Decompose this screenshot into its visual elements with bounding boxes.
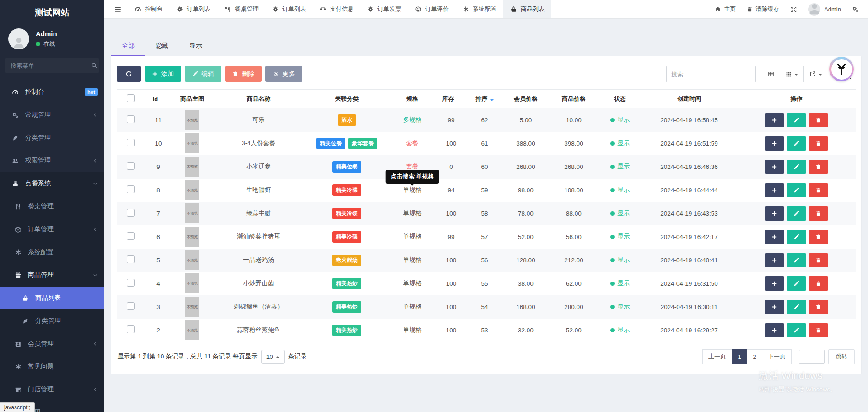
- row-add-button[interactable]: [765, 253, 784, 267]
- spec-link[interactable]: 多规格: [403, 116, 422, 123]
- sidebar-item[interactable]: 商品管理: [0, 264, 104, 287]
- sidebar-item[interactable]: 分类管理: [0, 309, 104, 332]
- sidebar-item[interactable]: 点餐系统: [0, 172, 104, 195]
- row-checkbox[interactable]: [127, 302, 135, 310]
- product-thumbnail[interactable]: 不预览: [185, 133, 199, 153]
- category-badge[interactable]: 精美热炒: [332, 325, 361, 336]
- settings-icon[interactable]: [852, 6, 859, 13]
- row-edit-button[interactable]: [787, 183, 806, 197]
- filter-tab[interactable]: 全部: [111, 37, 145, 56]
- topbar-tab[interactable]: 订单评价: [408, 0, 456, 18]
- row-checkbox[interactable]: [127, 139, 135, 146]
- row-edit-button[interactable]: [787, 323, 806, 337]
- next-page-button[interactable]: 下一页: [762, 349, 792, 364]
- row-checkbox[interactable]: [127, 255, 135, 263]
- spec-link[interactable]: 单规格: [403, 210, 422, 217]
- sort-carets-icon[interactable]: [490, 95, 494, 103]
- product-thumbnail[interactable]: 不预览: [185, 320, 199, 340]
- prev-page-button[interactable]: 上一页: [702, 349, 732, 364]
- row-add-button[interactable]: [765, 276, 784, 291]
- spec-link[interactable]: 单规格: [403, 280, 422, 287]
- sidebar-item[interactable]: 分类管理: [0, 126, 104, 149]
- sidebar-item[interactable]: 常见问题: [0, 355, 104, 378]
- product-thumbnail[interactable]: 不预览: [185, 180, 199, 200]
- row-edit-button[interactable]: [787, 230, 806, 244]
- row-add-button[interactable]: [765, 160, 784, 174]
- status-badge[interactable]: 显示: [610, 209, 630, 217]
- row-delete-button[interactable]: [809, 183, 828, 197]
- category-badge[interactable]: 精美冷碟: [332, 231, 361, 243]
- row-delete-button[interactable]: [809, 113, 828, 127]
- topbar-tab[interactable]: 控制台: [128, 0, 170, 18]
- home-link[interactable]: 主页: [715, 5, 736, 13]
- sidebar-item[interactable]: 常规管理: [0, 103, 104, 126]
- sidebar-item[interactable]: 订单管理: [0, 218, 104, 241]
- row-edit-button[interactable]: [787, 276, 806, 291]
- filter-tab[interactable]: 隐藏: [145, 37, 179, 56]
- sidebar-item[interactable]: 餐桌管理: [0, 195, 104, 218]
- category-badge[interactable]: 精美冷碟: [332, 208, 361, 219]
- status-badge[interactable]: 显示: [610, 326, 630, 334]
- spec-link[interactable]: 单规格: [403, 303, 422, 310]
- table-search-input[interactable]: [666, 66, 756, 82]
- row-delete-button[interactable]: [809, 136, 828, 151]
- hamburger-icon[interactable]: [108, 5, 128, 13]
- clear-cache-link[interactable]: 清除缓存: [747, 5, 779, 13]
- category-badge[interactable]: 酒水: [338, 114, 356, 126]
- columns-button[interactable]: [780, 66, 804, 82]
- product-thumbnail[interactable]: 不预览: [185, 250, 199, 270]
- row-checkbox[interactable]: [127, 279, 135, 287]
- export-button[interactable]: [803, 66, 828, 82]
- refresh-button[interactable]: [117, 66, 141, 82]
- row-edit-button[interactable]: [787, 206, 806, 221]
- topbar-tab[interactable]: 餐桌管理: [217, 0, 265, 18]
- row-checkbox[interactable]: [127, 325, 135, 333]
- row-add-button[interactable]: [765, 183, 784, 197]
- row-delete-button[interactable]: [809, 253, 828, 267]
- row-checkbox[interactable]: [127, 209, 135, 217]
- row-edit-button[interactable]: [787, 300, 806, 314]
- topbar-tab[interactable]: 系统配置: [456, 0, 503, 18]
- column-header[interactable]: 库存: [436, 90, 466, 108]
- product-thumbnail[interactable]: 不预览: [185, 227, 199, 247]
- row-add-button[interactable]: [765, 136, 784, 151]
- category-badge[interactable]: 豪华套餐: [348, 138, 377, 149]
- row-edit-button[interactable]: [787, 160, 806, 174]
- page-number-button[interactable]: 2: [747, 349, 762, 364]
- sort-carets-icon[interactable]: [457, 95, 460, 103]
- spec-link[interactable]: 单规格: [403, 233, 422, 240]
- more-button[interactable]: 更多: [265, 66, 302, 82]
- row-delete-button[interactable]: [809, 276, 828, 291]
- row-delete-button[interactable]: [809, 323, 828, 337]
- row-checkbox[interactable]: [127, 115, 135, 123]
- toggle-view-button[interactable]: [762, 66, 780, 82]
- row-checkbox[interactable]: [127, 162, 135, 170]
- product-thumbnail[interactable]: 不预览: [185, 297, 199, 317]
- spec-link[interactable]: 套餐: [406, 163, 419, 170]
- product-thumbnail[interactable]: 不预览: [185, 110, 199, 130]
- row-delete-button[interactable]: [809, 230, 828, 244]
- sidebar-item[interactable]: 系统配置: [0, 241, 104, 264]
- row-delete-button[interactable]: [809, 160, 828, 174]
- category-badge[interactable]: 精美冷碟: [332, 184, 361, 196]
- page-number-button[interactable]: 1: [732, 349, 747, 364]
- fullscreen-button[interactable]: [790, 6, 797, 13]
- topbar-tab[interactable]: 商品列表: [503, 0, 551, 18]
- delete-button[interactable]: 删除: [225, 66, 262, 82]
- status-badge[interactable]: 显示: [610, 256, 630, 264]
- column-header[interactable]: Id: [144, 90, 173, 108]
- sidebar-item[interactable]: 商品列表: [0, 287, 104, 309]
- category-badge[interactable]: 老火靓汤: [332, 255, 361, 266]
- page-jump-button[interactable]: 跳转: [828, 349, 855, 364]
- status-badge[interactable]: 显示: [610, 186, 630, 194]
- status-badge[interactable]: 显示: [610, 163, 630, 171]
- filter-tab[interactable]: 显示: [179, 37, 213, 56]
- status-badge[interactable]: 显示: [610, 303, 630, 311]
- category-badge[interactable]: 精美热炒: [332, 278, 361, 289]
- topbar-tab[interactable]: 订单列表: [170, 0, 217, 18]
- status-badge[interactable]: 显示: [610, 279, 630, 287]
- status-badge[interactable]: 显示: [610, 139, 630, 147]
- category-badge[interactable]: 精美位餐: [332, 161, 361, 173]
- sidebar-item[interactable]: 控制台hot: [0, 81, 104, 103]
- row-add-button[interactable]: [765, 206, 784, 221]
